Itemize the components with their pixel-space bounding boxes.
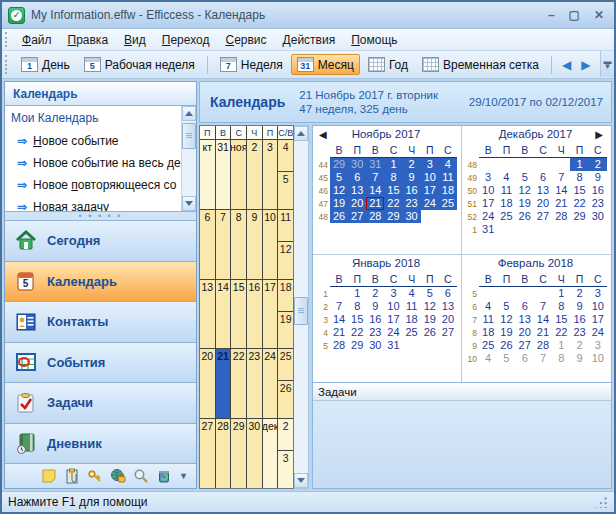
sidebar-item-tasks[interactable]: Задачи <box>5 383 196 424</box>
strip-day-cell[interactable]: 29 <box>231 419 247 488</box>
menu-grip-handle[interactable] <box>5 32 10 47</box>
mini-day-cell[interactable]: 17 <box>384 313 402 326</box>
strip-day-cell[interactable]: 10 <box>263 210 279 279</box>
search-icon[interactable] <box>133 468 149 484</box>
strip-day-cell[interactable]: 27 <box>200 419 216 488</box>
mini-day-cell[interactable] <box>497 158 515 171</box>
mini-day-cell[interactable]: 4 <box>439 158 457 171</box>
mini-day-cell[interactable]: 3 <box>421 158 439 171</box>
mini-day-cell[interactable]: 21 <box>552 197 570 210</box>
tasks-list-empty[interactable] <box>313 401 611 488</box>
strip-day-cell[interactable]: 6 <box>200 210 216 279</box>
mini-day-cell[interactable]: 4 <box>497 171 515 184</box>
mini-day-cell[interactable]: 2 <box>589 158 607 171</box>
mini-day-cell[interactable]: 7 <box>534 300 552 313</box>
mini-day-cell[interactable]: 10 <box>589 352 607 365</box>
minimize-button[interactable]: – <box>548 8 555 22</box>
mini-day-cell[interactable]: 17 <box>589 313 607 326</box>
strip-day-cell[interactable]: 30 <box>247 419 263 488</box>
mini-day-cell[interactable]: 14 <box>330 313 348 326</box>
toolbar-button-month-view[interactable]: 31Месяц <box>291 54 360 75</box>
scroll-up-icon[interactable] <box>182 106 196 121</box>
mini-day-cell[interactable]: 12 <box>421 300 439 313</box>
shortcut-item-0[interactable]: ⇒Новое событие <box>5 130 181 152</box>
mini-day-cell[interactable]: 21 <box>330 326 348 339</box>
toolbar-grip-handle[interactable] <box>5 55 10 74</box>
mini-day-cell[interactable]: 26 <box>421 326 439 339</box>
mini-day-cell[interactable] <box>439 210 457 223</box>
sidebar-item-contacts[interactable]: Контакты <box>5 302 196 343</box>
mini-day-cell[interactable] <box>570 223 588 236</box>
mini-day-cell[interactable]: 7 <box>534 352 552 365</box>
mini-day-cell[interactable]: 5 <box>421 287 439 300</box>
strip-day-cell[interactable]: 2 <box>247 140 263 209</box>
mini-day-cell[interactable]: 27 <box>534 210 552 223</box>
strip-day-cell[interactable]: дек <box>263 419 279 488</box>
mini-day-cell[interactable]: 6 <box>516 300 534 313</box>
mini-day-cell[interactable]: 5 <box>330 171 348 184</box>
mini-day-cell[interactable] <box>330 287 348 300</box>
mini-day-cell[interactable]: 6 <box>516 352 534 365</box>
mini-day-cell[interactable]: 13 <box>348 184 366 197</box>
mini-day-cell[interactable]: 3 <box>384 287 402 300</box>
mini-day-cell[interactable]: 6 <box>348 171 366 184</box>
mini-day-cell[interactable]: 21 <box>534 326 552 339</box>
mini-day-cell[interactable]: 13 <box>516 313 534 326</box>
mini-day-cell[interactable]: 9 <box>366 300 384 313</box>
mini-day-cell[interactable]: 22 <box>552 326 570 339</box>
globe-lock-icon[interactable] <box>110 468 126 484</box>
mini-day-cell[interactable]: 9 <box>570 300 588 313</box>
mini-day-cell[interactable]: 29 <box>570 210 588 223</box>
mini-day-cell[interactable]: 11 <box>403 300 421 313</box>
mini-day-cell[interactable]: 30 <box>366 339 384 352</box>
mini-day-cell[interactable]: 6 <box>534 171 552 184</box>
clipboard-icon[interactable] <box>64 468 80 484</box>
mini-day-cell[interactable]: 12 <box>497 313 515 326</box>
strip-day-cell[interactable]: 12 <box>278 242 293 279</box>
menu-item-Вид[interactable]: Вид <box>116 31 154 49</box>
mini-day-cell[interactable]: 8 <box>384 171 402 184</box>
sidebar-item-diary[interactable]: Дневник <box>5 424 196 465</box>
mini-day-cell[interactable]: 5 <box>497 352 515 365</box>
scrollbar-thumb[interactable] <box>182 123 196 149</box>
toolbar-button-week-view[interactable]: 7Неделя <box>214 54 289 75</box>
strip-day-cell[interactable]: 31 <box>216 140 232 209</box>
mini-day-cell[interactable]: 24 <box>421 197 439 210</box>
strip-day-cell[interactable]: 16 <box>247 280 263 349</box>
mini-day-cell[interactable]: 22 <box>348 326 366 339</box>
mini-day-cell[interactable] <box>516 158 534 171</box>
strip-day-cell[interactable]: 13 <box>200 280 216 349</box>
mini-day-cell[interactable]: 2 <box>403 158 421 171</box>
strip-day-cell[interactable]: кт <box>200 140 216 209</box>
mini-day-cell[interactable]: 26 <box>516 210 534 223</box>
mini-day-cell[interactable]: 5 <box>497 300 515 313</box>
note-icon[interactable] <box>41 468 57 484</box>
strip-day-cell[interactable]: 2 <box>278 419 293 451</box>
mini-day-cell[interactable]: 3 <box>589 339 607 352</box>
mini-day-cell[interactable]: 14 <box>366 184 384 197</box>
mini-day-cell[interactable] <box>516 223 534 236</box>
previous-month-icon[interactable]: ◀ <box>319 129 327 140</box>
mini-day-cell[interactable]: 16 <box>403 184 421 197</box>
mini-day-cell[interactable]: 10 <box>384 300 402 313</box>
mini-day-cell[interactable]: 18 <box>479 326 497 339</box>
strip-day-cell[interactable]: 21 <box>216 349 232 418</box>
mini-day-cell[interactable]: 23 <box>366 326 384 339</box>
close-button[interactable]: ✕ <box>594 8 604 22</box>
mini-day-cell[interactable]: 25 <box>497 210 515 223</box>
strip-day-cell[interactable]: 26 <box>278 381 293 418</box>
mini-day-cell[interactable]: 29 <box>348 339 366 352</box>
mini-day-cell[interactable]: 31 <box>479 223 497 236</box>
mini-day-cell[interactable]: 29 <box>330 158 348 171</box>
mini-day-cell[interactable]: 30 <box>589 210 607 223</box>
scroll-up-icon[interactable] <box>294 126 308 141</box>
mini-day-cell[interactable]: 23 <box>403 197 421 210</box>
strip-day-cell[interactable]: 18 <box>278 280 293 312</box>
mini-day-cell[interactable]: 14 <box>552 184 570 197</box>
mini-day-cell[interactable]: 17 <box>479 197 497 210</box>
mini-day-cell[interactable]: 16 <box>570 313 588 326</box>
mini-day-cell[interactable]: 4 <box>403 287 421 300</box>
toolbar-overflow-button[interactable]: ▬▼ <box>600 51 614 77</box>
mini-day-cell[interactable] <box>534 287 552 300</box>
mini-day-cell[interactable]: 22 <box>384 197 402 210</box>
